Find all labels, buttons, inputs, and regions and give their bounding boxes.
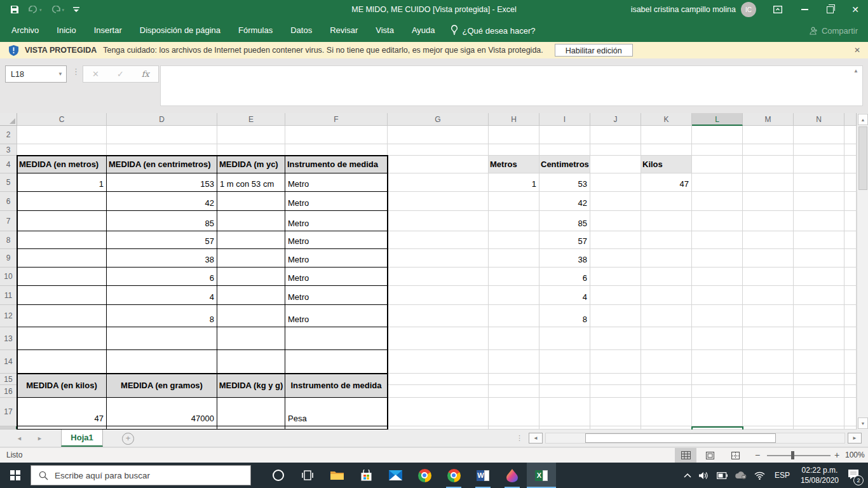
ribbon-tab-inicio[interactable]: Inicio	[48, 19, 85, 42]
cell-H2[interactable]	[489, 126, 539, 144]
row-header-17[interactable]: 17	[0, 398, 17, 426]
cell-L3[interactable]	[692, 144, 743, 156]
scroll-down-icon[interactable]: ▼	[858, 417, 868, 429]
horizontal-scrollbar[interactable]	[545, 433, 845, 444]
cell-H8[interactable]	[489, 231, 539, 249]
clock[interactable]: 02:22 p.m. 15/08/2020	[801, 465, 839, 485]
cell-C12[interactable]	[17, 305, 107, 327]
cell-N12[interactable]	[794, 305, 844, 327]
cell-F5[interactable]: Metro	[285, 173, 388, 192]
cell-I5[interactable]: 53	[539, 173, 590, 192]
name-box[interactable]: L18 ▼	[5, 65, 67, 83]
cell-L8[interactable]	[692, 231, 743, 249]
cell-L6[interactable]	[692, 192, 743, 211]
cell-C15[interactable]: MEDIDA (en kilos)	[17, 374, 107, 398]
cell-M11[interactable]	[743, 286, 794, 305]
cell-C4[interactable]: MEDIDA (en metros)	[17, 156, 107, 173]
cell-N11[interactable]	[794, 286, 844, 305]
cell-K5[interactable]: 47	[641, 173, 692, 192]
column-header-E[interactable]: E	[217, 113, 285, 126]
cell-K4[interactable]: Kilos	[641, 156, 692, 173]
cell-G9[interactable]	[388, 249, 489, 268]
zoom-in-icon[interactable]: +	[834, 448, 839, 463]
cell-x8[interactable]	[844, 231, 857, 249]
row-header-3[interactable]: 3	[0, 144, 17, 156]
cell-L5[interactable]	[692, 173, 743, 192]
enable-editing-button[interactable]: Habilitar edición	[555, 44, 633, 57]
cell-J14[interactable]	[590, 350, 641, 374]
cell-K14[interactable]	[641, 350, 692, 374]
ribbon-tab-vista[interactable]: Vista	[367, 19, 403, 42]
cell-F10[interactable]: Metro	[285, 268, 388, 286]
cell-G16[interactable]	[388, 385, 489, 398]
cell-J15[interactable]	[590, 374, 641, 385]
cell-H13[interactable]	[489, 327, 539, 350]
zoom-out-icon[interactable]: −	[755, 448, 760, 463]
cell-F6[interactable]: Metro	[285, 192, 388, 211]
cell-x6[interactable]	[844, 192, 857, 211]
cell-M8[interactable]	[743, 231, 794, 249]
cell-E17[interactable]	[217, 398, 285, 426]
cell-H4[interactable]: Metros	[489, 156, 539, 173]
insert-function-icon[interactable]: fx	[142, 69, 149, 79]
ribbon-display-options-icon[interactable]	[765, 0, 790, 19]
name-box-dropdown-icon[interactable]: ▼	[55, 71, 66, 77]
cell-K8[interactable]	[641, 231, 692, 249]
cell-N10[interactable]	[794, 268, 844, 286]
cell-M5[interactable]	[743, 173, 794, 192]
cell-J6[interactable]	[590, 192, 641, 211]
row-header-15[interactable]: 15	[0, 374, 17, 385]
cell-J8[interactable]	[590, 231, 641, 249]
cell-C14[interactable]	[17, 350, 107, 374]
cell-D8[interactable]: 57	[107, 231, 217, 249]
sheet-prev-icon[interactable]: ◄	[17, 430, 22, 447]
cell-C3[interactable]	[17, 144, 107, 156]
cell-G13[interactable]	[388, 327, 489, 350]
cell-J12[interactable]	[590, 305, 641, 327]
cell-x17[interactable]	[844, 398, 857, 426]
cell-C6[interactable]	[17, 192, 107, 211]
cell-N17[interactable]	[794, 398, 844, 426]
cell-C9[interactable]	[17, 249, 107, 268]
cell-E12[interactable]	[217, 305, 285, 327]
column-header-G[interactable]: G	[388, 113, 489, 126]
microsoft-store-button[interactable]	[351, 463, 381, 488]
cell-J11[interactable]	[590, 286, 641, 305]
cell-H15[interactable]	[489, 374, 539, 385]
cell-F3[interactable]	[285, 144, 388, 156]
cell-C7[interactable]	[17, 211, 107, 231]
tray-chevron-icon[interactable]	[684, 473, 691, 478]
row-header-11[interactable]: 11	[0, 286, 17, 305]
sheet-next-icon[interactable]: ►	[37, 430, 43, 447]
cell-E15[interactable]: MEDIDA (kg y g)	[217, 374, 285, 398]
cell-N2[interactable]	[794, 126, 844, 144]
restore-button[interactable]	[817, 0, 843, 19]
cell-N6[interactable]	[794, 192, 844, 211]
column-header-J[interactable]: J	[590, 113, 641, 126]
cell-D2[interactable]	[107, 126, 217, 144]
cell-N3[interactable]	[794, 144, 844, 156]
cell-K16[interactable]	[641, 385, 692, 398]
column-header-F[interactable]: F	[285, 113, 388, 126]
cell-H11[interactable]	[489, 286, 539, 305]
cell-F4[interactable]: Instrumento de medida	[285, 156, 388, 173]
cell-I2[interactable]	[539, 126, 590, 144]
cell-L12[interactable]	[692, 305, 743, 327]
undo-icon[interactable]: ▾	[28, 6, 42, 13]
banner-close-icon[interactable]: ✕	[854, 46, 860, 55]
ribbon-tab-disposici-n-de-p-gina[interactable]: Disposición de página	[131, 19, 229, 42]
user-name[interactable]: isabel cristina campillo molina	[631, 5, 736, 14]
cell-M16[interactable]	[743, 385, 794, 398]
cell-H12[interactable]	[489, 305, 539, 327]
cell-G14[interactable]	[388, 350, 489, 374]
row-header-9[interactable]: 9	[0, 249, 17, 268]
column-header-L[interactable]: L	[692, 113, 743, 126]
row-header-2[interactable]: 2	[0, 126, 17, 144]
cell-F8[interactable]: Metro	[285, 231, 388, 249]
cell-C8[interactable]	[17, 231, 107, 249]
hscroll-left-icon[interactable]: ◄	[529, 433, 543, 444]
cell-D5[interactable]: 153	[107, 173, 217, 192]
normal-view-icon[interactable]	[675, 448, 696, 463]
paint3d-button[interactable]	[498, 463, 527, 488]
cell-E10[interactable]	[217, 268, 285, 286]
